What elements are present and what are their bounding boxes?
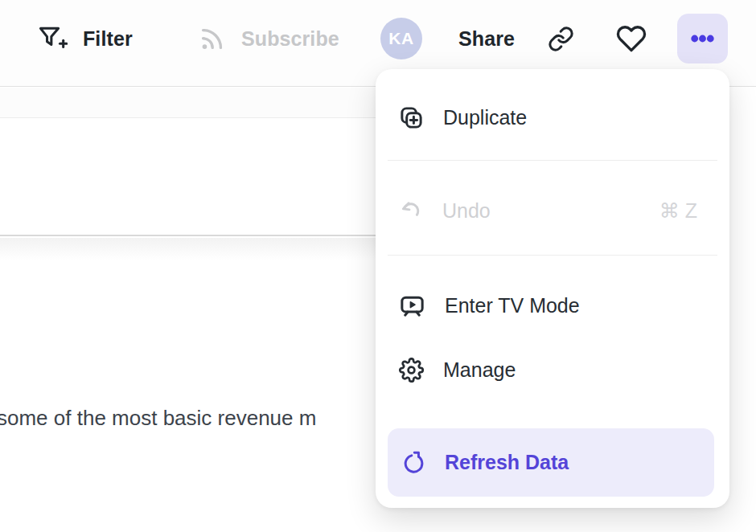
menu-item-label: Manage [443, 358, 516, 382]
menu-item-label: Refresh Data [445, 451, 569, 474]
menu-item-undo: Undo ⌘ Z [376, 185, 729, 236]
subscribe-button[interactable]: Subscribe [198, 0, 339, 77]
more-actions-menu: Duplicate Undo ⌘ Z Enter TV Mode [376, 69, 729, 508]
menu-item-refresh-data[interactable]: Refresh Data [388, 428, 714, 497]
share-label: Share [458, 27, 515, 51]
tv-mode-icon [399, 293, 425, 319]
gear-icon [399, 358, 424, 383]
avatar-initials: KA [388, 29, 413, 48]
page-body-text: some of the most basic revenue m [0, 406, 316, 431]
menu-item-label: Enter TV Mode [445, 294, 580, 317]
ellipsis-icon [691, 35, 714, 43]
user-avatar[interactable]: KA [380, 18, 422, 59]
menu-item-label: Duplicate [443, 106, 527, 129]
refresh-icon [401, 450, 426, 475]
copy-link-button[interactable] [548, 0, 574, 77]
keyboard-shortcut: ⌘ Z [659, 199, 697, 223]
menu-item-manage[interactable]: Manage [376, 344, 729, 395]
filter-label: Filter [83, 27, 133, 51]
heart-icon [616, 23, 647, 54]
menu-item-enter-tv-mode[interactable]: Enter TV Mode [376, 280, 729, 331]
filter-plus-icon [37, 23, 68, 54]
link-icon [548, 26, 574, 52]
favorite-button[interactable] [616, 0, 647, 77]
menu-divider [388, 255, 717, 256]
share-button[interactable]: Share [458, 0, 515, 77]
undo-icon [399, 198, 423, 223]
rss-icon [198, 25, 226, 53]
menu-item-label: Undo [442, 199, 491, 223]
more-actions-button[interactable] [677, 14, 728, 63]
duplicate-icon [399, 105, 424, 130]
menu-divider [388, 160, 717, 161]
filter-button[interactable]: Filter [37, 0, 133, 77]
menu-item-duplicate[interactable]: Duplicate [376, 92, 729, 143]
subscribe-label: Subscribe [241, 27, 339, 51]
